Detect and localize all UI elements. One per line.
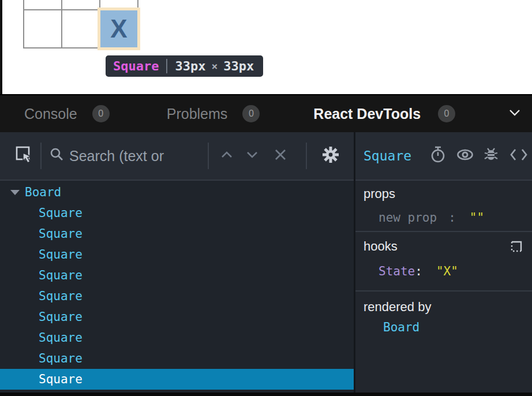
selected-component-title: Square — [364, 148, 411, 163]
profiler-stopwatch-icon[interactable] — [429, 145, 447, 166]
tooltip-component-name: Square — [113, 59, 159, 73]
tab-react-devtools-badge: 0 — [438, 105, 455, 122]
tooltip-height: 33px — [223, 59, 254, 73]
tree-row-square[interactable]: Square — [0, 286, 354, 307]
tab-console-label: Console — [24, 106, 77, 122]
board-cell[interactable] — [24, 10, 62, 48]
component-name: Square — [39, 206, 83, 220]
props-section: props new prop:"" — [355, 181, 532, 232]
inspect-element-button[interactable] — [15, 145, 33, 166]
board-cell[interactable] — [24, 0, 62, 10]
components-tree-pane: Search (text or — [0, 132, 354, 393]
tooltip-width: 33px — [175, 59, 205, 73]
tree-row-square[interactable]: Square — [0, 203, 354, 223]
devtools-bottom-edge — [0, 393, 532, 396]
search-icon — [50, 147, 65, 165]
tree-toolbar: Search (text or — [0, 132, 354, 181]
colon: : — [415, 264, 422, 278]
cell-x-value: X — [110, 16, 127, 42]
component-name: Square — [39, 227, 83, 241]
page-left-edge — [0, 0, 2, 94]
clear-search-button[interactable] — [274, 148, 287, 164]
search-input[interactable]: Search (text or — [69, 148, 164, 165]
component-name: Square — [39, 289, 83, 303]
tree-row-square[interactable]: Square — [0, 327, 354, 348]
search-prev-button[interactable] — [219, 150, 234, 162]
component-name: Square — [39, 310, 83, 324]
tree-row-square[interactable]: Square — [0, 348, 354, 369]
chevron-down-icon[interactable] — [508, 108, 522, 119]
tree-row-square[interactable]: Square — [0, 223, 354, 244]
toolbar-divider — [40, 143, 42, 169]
page-preview: X Square 33px × 33px — [0, 0, 532, 94]
component-details-pane: Square — [355, 132, 532, 393]
tictactoe-board: X — [23, 0, 138, 48]
inspect-dom-eye-icon[interactable] — [456, 147, 474, 165]
board-cell[interactable] — [62, 0, 100, 10]
props-header: props — [364, 186, 395, 201]
tree-row-board[interactable]: Board — [0, 182, 354, 203]
component-tree: Board Square Square Square Square Square… — [0, 181, 354, 393]
component-name: Square — [39, 248, 83, 261]
new-prop-input[interactable]: new prop — [379, 211, 437, 225]
tree-row-square[interactable]: Square — [0, 307, 354, 327]
inspect-highlight: X — [98, 8, 140, 50]
hooks-header: hooks — [364, 239, 398, 254]
component-name: Square — [39, 372, 83, 386]
rendered-by-link-board[interactable]: Board — [383, 320, 419, 334]
board-cell-inspected[interactable]: X — [100, 10, 138, 48]
new-prop-row: new prop:"" — [379, 211, 484, 225]
details-header: Square — [355, 132, 532, 181]
react-devtools-panel: Search (text or — [0, 132, 532, 393]
chevron-expanded-icon[interactable] — [10, 190, 20, 195]
tooltip-times: × — [211, 60, 218, 72]
tree-row-square[interactable]: Square — [0, 265, 354, 286]
tab-react-devtools-label: React DevTools — [313, 106, 421, 122]
tab-react-devtools[interactable]: React DevTools 0 — [313, 105, 455, 122]
hook-name: State — [379, 264, 415, 278]
board-cell[interactable] — [62, 10, 100, 48]
toolbar-divider — [306, 143, 307, 169]
devtools-tabbar: Console 0 Problems 0 React DevTools 0 — [0, 94, 532, 132]
tab-console[interactable]: Console 0 — [24, 105, 110, 122]
debug-bug-icon[interactable] — [482, 146, 500, 166]
tree-row-square-selected[interactable]: Square — [0, 369, 354, 390]
tab-problems-label: Problems — [167, 106, 228, 122]
tab-problems-badge: 0 — [242, 105, 260, 122]
tooltip-divider — [166, 59, 167, 73]
component-name: Board — [25, 185, 61, 199]
tab-console-badge: 0 — [92, 105, 110, 122]
component-name: Square — [39, 352, 83, 365]
parse-hook-names-icon[interactable] — [509, 239, 524, 256]
search-next-button[interactable] — [245, 150, 260, 162]
state-value[interactable]: "X" — [436, 264, 458, 278]
component-name: Square — [39, 331, 83, 345]
toolbar-divider — [208, 143, 209, 169]
colon: : — [448, 211, 456, 225]
hooks-section: hooks State:"X" — [355, 232, 532, 292]
rendered-by-header: rendered by — [364, 300, 431, 315]
devtools-window: X Square 33px × 33px Console 0 Problems … — [0, 0, 532, 396]
state-hook-row: State:"X" — [379, 264, 458, 278]
component-name: Square — [39, 268, 83, 282]
inspect-tooltip: Square 33px × 33px — [106, 55, 263, 77]
settings-gear-icon[interactable] — [321, 145, 340, 167]
tab-problems[interactable]: Problems 0 — [167, 105, 260, 122]
rendered-by-section: rendered by Board — [355, 292, 532, 393]
tree-row-square[interactable]: Square — [0, 244, 354, 265]
new-prop-value[interactable]: "" — [470, 211, 484, 225]
view-source-code-icon[interactable] — [509, 147, 529, 165]
